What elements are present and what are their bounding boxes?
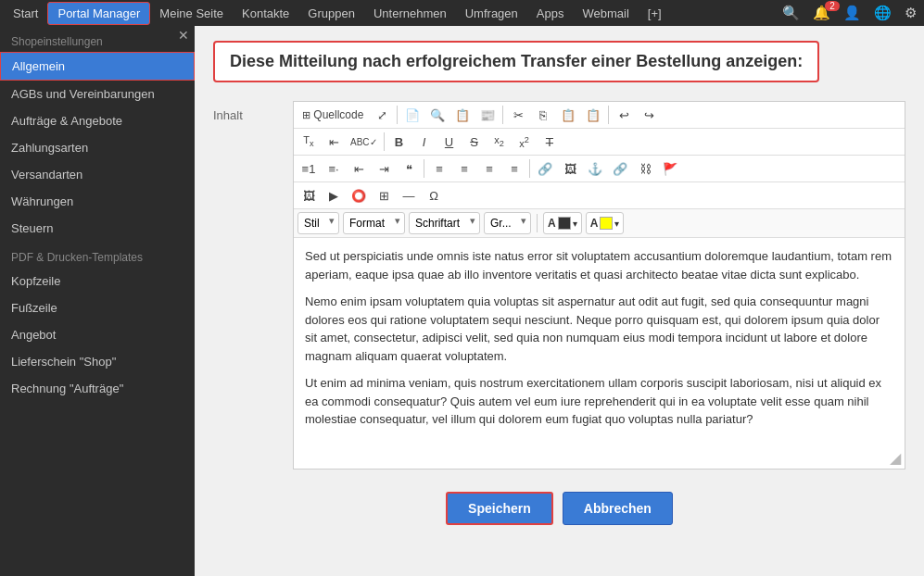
separator3 [608,106,609,124]
doc2-button[interactable]: 📰 [475,104,500,126]
superscript-button[interactable]: x2 [513,131,537,153]
insert-image-button[interactable]: 🖼 [297,184,321,207]
cut-button[interactable]: ✂ [506,104,530,126]
sidebar-item-steuern[interactable]: Steuern [0,215,195,242]
insert-link-button[interactable]: 🔗 [533,157,557,180]
sidebar-item-lieferschein[interactable]: Lieferschein "Shop" [0,348,195,375]
copy-button[interactable]: ⎘ [531,104,555,126]
nav-item-start[interactable]: Start [4,3,47,24]
paste1-button[interactable]: 📋 [556,104,580,126]
undo-button[interactable]: ↩ [612,104,636,126]
sidebar-close-button[interactable]: ✕ [178,28,189,43]
flash-button[interactable]: ⭕ [347,184,371,207]
size-dropdown-wrap[interactable]: Gr... [484,212,531,234]
nav-item-portal-manager[interactable]: Portal Manager [47,2,150,25]
sidebar-item-rechnung[interactable]: Rechnung "Aufträge" [0,375,195,402]
notification-badge-wrap[interactable]: 🔔 2 [809,5,834,21]
nav-item-meine-seite[interactable]: Meine Seite [150,3,233,24]
sidebar-item-agbs[interactable]: AGBs und Vereinbarungen [0,81,195,107]
outdent-button[interactable]: ⇤ [322,131,346,153]
paste2-icon: 📋 [586,108,601,122]
unlink-icon: ⛓ [639,162,652,176]
sidebar-item-angebot[interactable]: Angebot [0,321,195,348]
editor-paragraph-2: Nemo enim ipsam voluptatem quia voluptas… [305,293,893,365]
media-button[interactable]: ▶ [322,184,346,207]
sidebar-item-fusszeile[interactable]: Fußzeile [0,294,195,321]
align-center-button[interactable]: ≡ [452,157,476,180]
anchor-button[interactable]: ⚓ [583,157,607,180]
sidebar-item-kopfzeile[interactable]: Kopfzeile [0,268,195,294]
source-code-button[interactable]: ⊞ Quellcode [297,104,369,126]
doc-copy-button[interactable]: 📋 [450,104,475,126]
doc2-icon: 📰 [480,108,495,122]
spell-icon: ABC✓ [350,137,377,147]
nav-item-kontakte[interactable]: Kontakte [233,3,298,24]
sidebar-item-allgemein[interactable]: Allgemein [0,52,195,81]
image-link-button[interactable]: 🖼 [558,157,582,180]
sidebar-item-zahlungsarten[interactable]: Zahlungsarten [0,134,195,161]
format1-button[interactable]: Tx [297,131,321,153]
paste2-button[interactable]: 📋 [581,104,605,126]
stil-dropdown-wrap[interactable]: Stil [297,212,339,234]
underline-button[interactable]: U [437,131,462,153]
redo-icon: ↪ [644,108,654,122]
stil-dropdown[interactable]: Stil [297,212,339,234]
nav-item-umfragen[interactable]: Umfragen [456,3,527,24]
hr-button[interactable]: — [397,184,421,207]
table-button[interactable]: ⊞ [372,184,396,207]
font-color-button[interactable]: A ▾ [543,212,582,234]
subscript-button[interactable]: x2 [487,131,512,153]
expand-button[interactable]: ⤢ [370,104,394,126]
flag-button[interactable]: 🚩 [658,157,682,180]
unlink-button[interactable]: ⛓ [633,157,657,180]
sidebar-item-versandarten[interactable]: Versandarten [0,161,195,188]
clear-format-button[interactable]: T̶ [538,131,562,153]
user-icon[interactable]: 👤 [840,3,865,23]
bg-color-swatch [600,217,613,230]
size-dropdown[interactable]: Gr... [484,212,531,234]
font-color-label: A [548,217,556,230]
copy-icon: ⎘ [539,108,547,122]
unordered-list-button[interactable]: ≡· [322,157,346,180]
search-doc-button[interactable]: 🔍 [425,104,449,126]
bg-color-button[interactable]: A ▾ [586,212,625,234]
settings-icon[interactable]: ⚙ [901,3,920,23]
ordered-list-button[interactable]: ≡1 [297,157,321,180]
sidebar-item-waehrungen[interactable]: Währungen [0,188,195,215]
nav-item-apps[interactable]: Apps [527,3,574,24]
globe-icon[interactable]: 🌐 [870,3,895,23]
format-dropdown-wrap[interactable]: Format [343,212,405,234]
special-char-button[interactable]: Ω [422,184,446,207]
format-dropdown[interactable]: Format [343,212,405,234]
redo-button[interactable]: ↪ [637,104,661,126]
nav-item-plus[interactable]: [+] [639,3,671,24]
insert-link-icon: 🔗 [538,162,552,176]
source-label: Quellcode [313,108,363,121]
save-button[interactable]: Speichern [446,492,553,525]
cancel-button[interactable]: Abbrechen [563,492,673,525]
paste1-icon: 📋 [561,108,576,122]
link2-button[interactable]: 🔗 [608,157,632,180]
indent-button[interactable]: ⇥ [372,157,396,180]
nav-item-unternehmen[interactable]: Unternehmen [364,3,456,24]
nav-item-gruppen[interactable]: Gruppen [298,3,364,24]
new-doc-button[interactable]: 📄 [400,104,424,126]
blockquote-button[interactable]: ❝ [397,157,421,180]
dropdown-row: Stil Format Schriftart [294,209,905,238]
schriftart-dropdown[interactable]: Schriftart [409,212,480,234]
resize-handle[interactable]: ◢ [294,447,905,469]
sidebar-item-auftraege[interactable]: Aufträge & Angebote [0,107,195,134]
sidebar-section-pdf: PDF & Drucken-Templates [0,242,195,268]
editor-content-area[interactable]: Sed ut perspiciatis unde omnis iste natu… [294,238,905,447]
align-right-button[interactable]: ≡ [477,157,501,180]
outdent2-button[interactable]: ⇤ [347,157,371,180]
bold-button[interactable]: B [387,131,411,153]
strikethrough-button[interactable]: S [462,131,487,153]
spell-button[interactable]: ABC✓ [347,131,381,153]
align-left-button[interactable]: ≡ [427,157,451,180]
nav-item-webmail[interactable]: Webmail [573,3,638,24]
schriftart-dropdown-wrap[interactable]: Schriftart [409,212,480,234]
italic-button[interactable]: I [412,131,437,153]
align-justify-button[interactable]: ≡ [502,157,526,180]
search-icon[interactable]: 🔍 [778,3,804,23]
